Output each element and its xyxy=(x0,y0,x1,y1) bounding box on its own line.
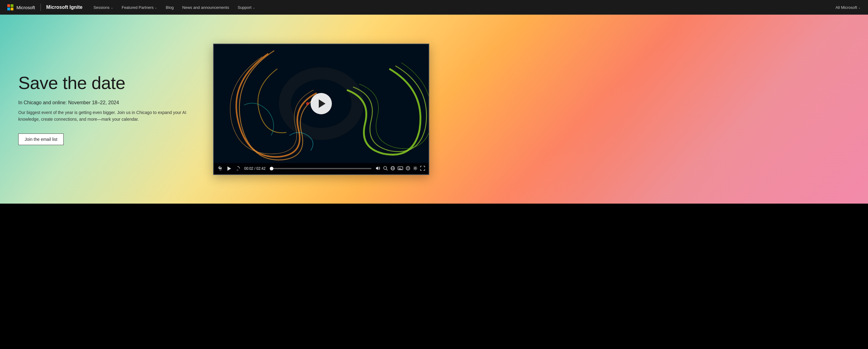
event-title: Microsoft Ignite xyxy=(46,5,83,10)
nav-blog[interactable]: Blog xyxy=(162,3,177,11)
svg-point-7 xyxy=(383,167,386,170)
nav-divider xyxy=(40,4,41,11)
nav-news[interactable]: News and announcements xyxy=(179,3,233,11)
play-pause-button[interactable] xyxy=(226,166,232,171)
navbar: Microsoft Microsoft Ignite Sessions ⌄ Fe… xyxy=(0,0,868,14)
forward-10-button[interactable]: 10 xyxy=(235,166,241,172)
svg-marker-4 xyxy=(227,167,231,171)
search-icon xyxy=(383,166,388,171)
rewind-icon: 10 xyxy=(217,166,223,172)
fullscreen-icon xyxy=(420,166,425,171)
logo-green xyxy=(11,4,13,7)
support-chevron-icon: ⌄ xyxy=(253,6,255,9)
rewind-10-button[interactable]: 10 xyxy=(217,166,223,172)
svg-text:10: 10 xyxy=(219,169,221,171)
svg-line-8 xyxy=(386,169,388,170)
logo-yellow xyxy=(11,8,13,10)
nav-support[interactable]: Support ⌄ xyxy=(234,3,259,11)
hero-content: Save the date In Chicago and online: Nov… xyxy=(18,73,195,145)
pip-button[interactable] xyxy=(406,166,410,172)
svg-point-15 xyxy=(406,167,410,170)
brand-logo-link[interactable]: Microsoft xyxy=(7,4,35,10)
nav-menu: Sessions ⌄ Featured Partners ⌄ Blog News… xyxy=(90,3,835,11)
logo-red xyxy=(7,4,10,7)
all-microsoft-menu[interactable]: All Microsoft ⌄ xyxy=(835,5,861,10)
video-progress-bar[interactable] xyxy=(270,168,371,169)
gear-icon xyxy=(413,166,418,171)
logo-blue xyxy=(7,8,10,10)
progress-thumb xyxy=(270,167,273,170)
subtitles-icon xyxy=(398,166,403,171)
volume-button[interactable] xyxy=(375,166,380,172)
video-screen xyxy=(214,44,429,163)
globe-icon xyxy=(390,166,395,171)
play-icon xyxy=(319,99,326,108)
subtitles-button[interactable] xyxy=(398,166,403,172)
fullscreen-button[interactable] xyxy=(420,166,425,172)
svg-text:10: 10 xyxy=(237,169,238,171)
play-pause-icon xyxy=(226,166,232,171)
play-button[interactable] xyxy=(311,93,332,114)
brand-name: Microsoft xyxy=(17,5,35,10)
nav-sessions[interactable]: Sessions ⌄ xyxy=(90,3,117,11)
time-display: 00:02 / 02:42 xyxy=(244,167,266,171)
pip-icon xyxy=(406,166,410,171)
forward-icon: 10 xyxy=(235,166,241,172)
video-controls-bar: 10 10 00:02 / 02:42 xyxy=(214,163,429,174)
join-email-list-button[interactable]: Join the email list xyxy=(18,134,64,145)
settings-button[interactable] xyxy=(413,166,418,172)
partners-chevron-icon: ⌄ xyxy=(155,6,157,9)
all-microsoft-chevron-icon: ⌄ xyxy=(858,6,861,9)
search-button[interactable] xyxy=(383,166,388,172)
video-controls-right xyxy=(375,166,425,172)
hero-subtitle: In Chicago and online: November 18–22, 2… xyxy=(18,100,195,106)
hero-title: Save the date xyxy=(18,73,195,93)
microsoft-logo xyxy=(7,4,13,10)
svg-point-17 xyxy=(415,167,416,169)
video-player: 10 10 00:02 / 02:42 xyxy=(213,43,429,175)
svg-point-16 xyxy=(407,167,409,169)
hero-section: Save the date In Chicago and online: Nov… xyxy=(0,14,868,204)
sessions-chevron-icon: ⌄ xyxy=(111,6,113,9)
globe-button[interactable] xyxy=(390,166,395,172)
volume-icon xyxy=(375,166,380,171)
svg-point-1 xyxy=(306,102,309,105)
svg-marker-6 xyxy=(376,167,378,170)
hero-description: Our biggest event of the year is getting… xyxy=(18,109,195,123)
nav-featured-partners[interactable]: Featured Partners ⌄ xyxy=(118,3,161,11)
